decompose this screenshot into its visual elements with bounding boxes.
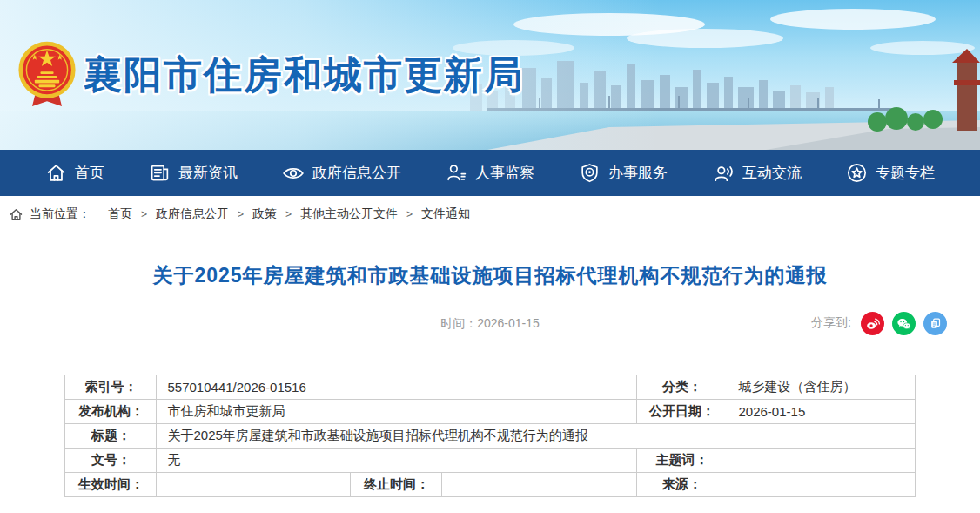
expiry-date-label: 终止时间：: [351, 473, 442, 497]
share-bar: 分享到:: [811, 311, 947, 335]
category-value: 城乡建设（含住房）: [728, 375, 915, 400]
national-emblem-icon: [17, 37, 77, 113]
breadcrumb-label: 当前位置：: [30, 206, 91, 222]
weibo-share-button[interactable]: [861, 312, 884, 335]
breadcrumb: 当前位置： 首页 > 政府信息公开 > 政策 > 其他主动公开文件 > 文件通知: [0, 196, 980, 233]
keywords-label: 主题词：: [636, 449, 728, 473]
doc-number-value: 无: [157, 449, 636, 473]
nav-item-home[interactable]: 首页: [45, 162, 104, 184]
doc-number-label: 文号：: [65, 449, 157, 473]
copy-icon: [928, 315, 943, 331]
wechat-icon: [896, 315, 912, 332]
shield-icon: [579, 162, 601, 184]
source-value: [728, 473, 915, 497]
breadcrumb-item-other-public-docs[interactable]: 其他主动公开文件: [300, 206, 398, 222]
doc-title-value: 关于2025年房屋建筑和市政基础设施项目招标代理机构不规范行为的通报: [157, 424, 915, 449]
time-value: 2026-01-15: [477, 316, 540, 330]
nav-item-label: 专题专栏: [876, 163, 935, 183]
weibo-icon: [864, 315, 881, 332]
nav-item-personnel[interactable]: 人事监察: [446, 162, 534, 184]
chat-icon: [712, 162, 735, 185]
publish-date-value: 2026-01-15: [728, 400, 915, 424]
index-number-label: 索引号：: [65, 375, 157, 400]
effective-date-value: [157, 473, 351, 497]
document-meta-table: 索引号： 557010441/2026-01516 分类： 城乡建设（含住房） …: [64, 375, 915, 497]
wechat-share-button[interactable]: [892, 312, 916, 335]
source-label: 来源：: [636, 473, 728, 497]
page: 襄阳市住房和城市更新局 首页 最新资讯 政府信息公开: [0, 0, 980, 513]
site-brand: 襄阳市住房和城市更新局: [17, 37, 524, 113]
agency-value: 市住房和城市更新局: [157, 400, 636, 424]
copy-share-button[interactable]: [923, 312, 947, 335]
nav-item-special-columns[interactable]: 专题专栏: [846, 162, 935, 184]
category-label: 分类：: [636, 375, 728, 400]
breadcrumb-item-document-notice[interactable]: 文件通知: [421, 206, 470, 222]
nav-item-news[interactable]: 最新资讯: [149, 162, 238, 184]
table-row: 文号： 无 主题词：: [65, 449, 915, 473]
breadcrumb-item-gov-info[interactable]: 政府信息公开: [156, 206, 229, 222]
breadcrumb-item-policy[interactable]: 政策: [252, 206, 277, 222]
article-content: 关于2025年房屋建筑和市政基础设施项目招标代理机构不规范行为的通报 时间：20…: [0, 233, 980, 497]
publish-date-label: 公开日期：: [636, 400, 728, 424]
site-banner: 襄阳市住房和城市更新局: [0, 0, 980, 150]
news-icon: [149, 162, 171, 184]
breadcrumb-home-icon: [9, 207, 23, 222]
table-row: 标题： 关于2025年房屋建筑和市政基础设施项目招标代理机构不规范行为的通报: [65, 424, 915, 449]
table-row: 生效时间： 终止时间： 来源：: [65, 473, 915, 497]
breadcrumb-item-home[interactable]: 首页: [108, 206, 132, 222]
nav-item-interaction[interactable]: 互动交流: [712, 162, 802, 185]
nav-item-services[interactable]: 办事服务: [579, 162, 668, 184]
expiry-date-value: [442, 473, 636, 497]
nav-item-label: 首页: [75, 163, 104, 183]
share-label: 分享到:: [811, 315, 851, 331]
person-icon: [446, 162, 467, 184]
nav-item-label: 政府信息公开: [312, 163, 401, 183]
keywords-value: [728, 449, 915, 473]
home-icon: [45, 162, 67, 184]
nav-item-label: 人事监察: [475, 163, 534, 183]
site-title: 襄阳市住房和城市更新局: [84, 50, 524, 101]
nav-item-label: 互动交流: [742, 163, 802, 183]
agency-label: 发布机构：: [65, 400, 157, 424]
article-meta-row: 时间：2026-01-15 分享到:: [0, 311, 980, 335]
main-nav: 首页 最新资讯 政府信息公开 人事监察: [0, 150, 980, 196]
breadcrumb-separator: >: [238, 208, 244, 220]
table-row: 发布机构： 市住房和城市更新局 公开日期： 2026-01-15: [65, 400, 915, 424]
breadcrumb-separator: >: [406, 208, 413, 220]
effective-date-label: 生效时间：: [65, 473, 157, 497]
nav-item-gov-info[interactable]: 政府信息公开: [282, 162, 401, 185]
eye-icon: [282, 162, 305, 185]
doc-title-label: 标题：: [65, 424, 157, 449]
breadcrumb-separator: >: [285, 208, 292, 220]
page-title: 关于2025年房屋建筑和市政基础设施项目招标代理机构不规范行为的通报: [0, 262, 980, 289]
table-row: 索引号： 557010441/2026-01516 分类： 城乡建设（含住房）: [65, 375, 915, 400]
star-icon: [846, 162, 868, 184]
time-label: 时间：: [440, 316, 477, 330]
index-number-value: 557010441/2026-01516: [157, 375, 636, 400]
nav-item-label: 最新资讯: [178, 163, 238, 183]
nav-item-label: 办事服务: [608, 163, 668, 183]
breadcrumb-separator: >: [141, 208, 147, 220]
